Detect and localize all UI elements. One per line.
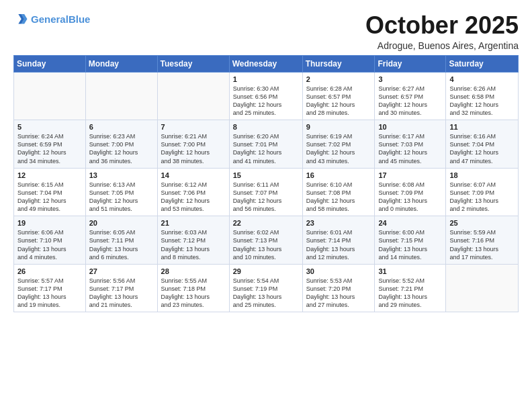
title-block: October 2025 Adrogue, Buenos Aires, Arge…: [365, 12, 519, 51]
logo-general: General: [31, 13, 69, 25]
day-content: Sunrise: 6:27 AM Sunset: 6:57 PM Dayligh…: [378, 85, 442, 118]
day-content: Sunrise: 6:30 AM Sunset: 6:56 PM Dayligh…: [233, 85, 299, 118]
calendar-cell: 10Sunrise: 6:17 AM Sunset: 7:03 PM Dayli…: [375, 120, 446, 169]
day-content: Sunrise: 5:55 AM Sunset: 7:18 PM Dayligh…: [161, 277, 226, 310]
day-number: 12: [17, 171, 82, 179]
day-number: 19: [17, 219, 82, 227]
day-content: Sunrise: 5:57 AM Sunset: 7:17 PM Dayligh…: [17, 277, 82, 310]
day-number: 26: [17, 267, 82, 275]
calendar-header: Sunday Monday Tuesday Wednesday Thursday…: [14, 55, 519, 72]
day-number: 11: [449, 123, 515, 131]
calendar-cell: 15Sunrise: 6:11 AM Sunset: 7:07 PM Dayli…: [229, 168, 302, 216]
day-number: 2: [306, 75, 371, 83]
calendar-cell: 26Sunrise: 5:57 AM Sunset: 7:17 PM Dayli…: [14, 264, 86, 312]
day-number: 31: [378, 267, 442, 275]
col-tuesday: Tuesday: [157, 55, 229, 72]
day-content: Sunrise: 6:05 AM Sunset: 7:11 PM Dayligh…: [89, 228, 154, 261]
day-number: 4: [449, 75, 515, 83]
day-number: 10: [378, 123, 442, 131]
day-content: Sunrise: 6:16 AM Sunset: 7:04 PM Dayligh…: [449, 132, 515, 165]
day-content: Sunrise: 6:07 AM Sunset: 7:09 PM Dayligh…: [449, 181, 515, 214]
calendar-cell: [157, 72, 229, 120]
day-content: Sunrise: 6:00 AM Sunset: 7:15 PM Dayligh…: [378, 228, 442, 261]
logo-icon: [13, 12, 28, 27]
calendar-cell: 6Sunrise: 6:23 AM Sunset: 7:00 PM Daylig…: [85, 120, 157, 169]
calendar-cell: 20Sunrise: 6:05 AM Sunset: 7:11 PM Dayli…: [85, 216, 157, 265]
calendar-cell: 21Sunrise: 6:03 AM Sunset: 7:12 PM Dayli…: [157, 216, 229, 265]
calendar-cell: 17Sunrise: 6:08 AM Sunset: 7:09 PM Dayli…: [375, 168, 446, 216]
day-content: Sunrise: 6:11 AM Sunset: 7:07 PM Dayligh…: [233, 181, 299, 214]
day-content: Sunrise: 5:53 AM Sunset: 7:20 PM Dayligh…: [306, 277, 371, 310]
calendar-cell: 2Sunrise: 6:28 AM Sunset: 6:57 PM Daylig…: [302, 72, 375, 120]
calendar-cell: 18Sunrise: 6:07 AM Sunset: 7:09 PM Dayli…: [446, 168, 519, 216]
day-number: 23: [306, 219, 371, 227]
col-wednesday: Wednesday: [229, 55, 302, 72]
col-saturday: Saturday: [446, 55, 519, 72]
calendar-week-4: 26Sunrise: 5:57 AM Sunset: 7:17 PM Dayli…: [14, 264, 519, 312]
day-number: 14: [161, 171, 226, 179]
day-content: Sunrise: 6:24 AM Sunset: 6:59 PM Dayligh…: [17, 132, 82, 165]
calendar-cell: 16Sunrise: 6:10 AM Sunset: 7:08 PM Dayli…: [302, 168, 375, 216]
logo-text: GeneralBlue: [31, 13, 90, 26]
calendar-cell: 1Sunrise: 6:30 AM Sunset: 6:56 PM Daylig…: [229, 72, 302, 120]
day-number: 18: [449, 171, 515, 179]
calendar-body: 1Sunrise: 6:30 AM Sunset: 6:56 PM Daylig…: [14, 72, 519, 312]
day-number: 5: [17, 123, 82, 131]
header: GeneralBlue October 2025 Adrogue, Buenos…: [13, 12, 519, 51]
calendar-cell: [446, 264, 519, 312]
location-subtitle: Adrogue, Buenos Aires, Argentina: [365, 40, 519, 51]
calendar-cell: 28Sunrise: 5:55 AM Sunset: 7:18 PM Dayli…: [157, 264, 229, 312]
day-number: 21: [161, 219, 226, 227]
day-content: Sunrise: 6:23 AM Sunset: 7:00 PM Dayligh…: [89, 132, 154, 165]
weekday-row: Sunday Monday Tuesday Wednesday Thursday…: [14, 55, 519, 72]
calendar-cell: 23Sunrise: 6:01 AM Sunset: 7:14 PM Dayli…: [302, 216, 375, 265]
calendar-week-0: 1Sunrise: 6:30 AM Sunset: 6:56 PM Daylig…: [14, 72, 519, 120]
day-number: 24: [378, 219, 442, 227]
day-content: Sunrise: 6:15 AM Sunset: 7:04 PM Dayligh…: [17, 181, 82, 214]
calendar-cell: 9Sunrise: 6:19 AM Sunset: 7:02 PM Daylig…: [302, 120, 375, 169]
calendar-cell: 22Sunrise: 6:02 AM Sunset: 7:13 PM Dayli…: [229, 216, 302, 265]
day-number: 29: [233, 267, 299, 275]
day-content: Sunrise: 6:17 AM Sunset: 7:03 PM Dayligh…: [378, 132, 442, 165]
col-friday: Friday: [375, 55, 446, 72]
calendar-cell: [85, 72, 157, 120]
calendar-cell: [14, 72, 86, 120]
month-title: October 2025: [365, 12, 519, 39]
calendar-cell: 29Sunrise: 5:54 AM Sunset: 7:19 PM Dayli…: [229, 264, 302, 312]
day-content: Sunrise: 5:59 AM Sunset: 7:16 PM Dayligh…: [449, 228, 515, 261]
logo-blue: Blue: [69, 13, 91, 25]
day-number: 28: [161, 267, 226, 275]
calendar-cell: 12Sunrise: 6:15 AM Sunset: 7:04 PM Dayli…: [14, 168, 86, 216]
day-number: 22: [233, 219, 299, 227]
calendar-cell: 30Sunrise: 5:53 AM Sunset: 7:20 PM Dayli…: [302, 264, 375, 312]
day-content: Sunrise: 6:02 AM Sunset: 7:13 PM Dayligh…: [233, 228, 299, 261]
col-sunday: Sunday: [14, 55, 86, 72]
calendar-cell: 31Sunrise: 5:52 AM Sunset: 7:21 PM Dayli…: [375, 264, 446, 312]
day-content: Sunrise: 6:28 AM Sunset: 6:57 PM Dayligh…: [306, 85, 371, 118]
calendar-cell: 8Sunrise: 6:20 AM Sunset: 7:01 PM Daylig…: [229, 120, 302, 169]
day-content: Sunrise: 6:21 AM Sunset: 7:00 PM Dayligh…: [161, 132, 226, 165]
day-number: 7: [161, 123, 226, 131]
day-content: Sunrise: 6:01 AM Sunset: 7:14 PM Dayligh…: [306, 228, 371, 261]
calendar-cell: 7Sunrise: 6:21 AM Sunset: 7:00 PM Daylig…: [157, 120, 229, 169]
calendar-cell: 27Sunrise: 5:56 AM Sunset: 7:17 PM Dayli…: [85, 264, 157, 312]
logo: GeneralBlue: [13, 12, 90, 27]
calendar-cell: 5Sunrise: 6:24 AM Sunset: 6:59 PM Daylig…: [14, 120, 86, 169]
calendar-week-2: 12Sunrise: 6:15 AM Sunset: 7:04 PM Dayli…: [14, 168, 519, 216]
day-number: 15: [233, 171, 299, 179]
day-content: Sunrise: 6:13 AM Sunset: 7:05 PM Dayligh…: [89, 181, 154, 214]
day-content: Sunrise: 5:56 AM Sunset: 7:17 PM Dayligh…: [89, 277, 154, 310]
day-content: Sunrise: 6:12 AM Sunset: 7:06 PM Dayligh…: [161, 181, 226, 214]
calendar-cell: 4Sunrise: 6:26 AM Sunset: 6:58 PM Daylig…: [446, 72, 519, 120]
day-number: 30: [306, 267, 371, 275]
day-number: 17: [378, 171, 442, 179]
day-content: Sunrise: 6:19 AM Sunset: 7:02 PM Dayligh…: [306, 132, 371, 165]
calendar-cell: 24Sunrise: 6:00 AM Sunset: 7:15 PM Dayli…: [375, 216, 446, 265]
calendar-cell: 11Sunrise: 6:16 AM Sunset: 7:04 PM Dayli…: [446, 120, 519, 169]
day-number: 9: [306, 123, 371, 131]
day-content: Sunrise: 6:20 AM Sunset: 7:01 PM Dayligh…: [233, 132, 299, 165]
day-content: Sunrise: 6:06 AM Sunset: 7:10 PM Dayligh…: [17, 228, 82, 261]
calendar-cell: 14Sunrise: 6:12 AM Sunset: 7:06 PM Dayli…: [157, 168, 229, 216]
day-content: Sunrise: 5:52 AM Sunset: 7:21 PM Dayligh…: [378, 277, 442, 310]
calendar-cell: 25Sunrise: 5:59 AM Sunset: 7:16 PM Dayli…: [446, 216, 519, 265]
